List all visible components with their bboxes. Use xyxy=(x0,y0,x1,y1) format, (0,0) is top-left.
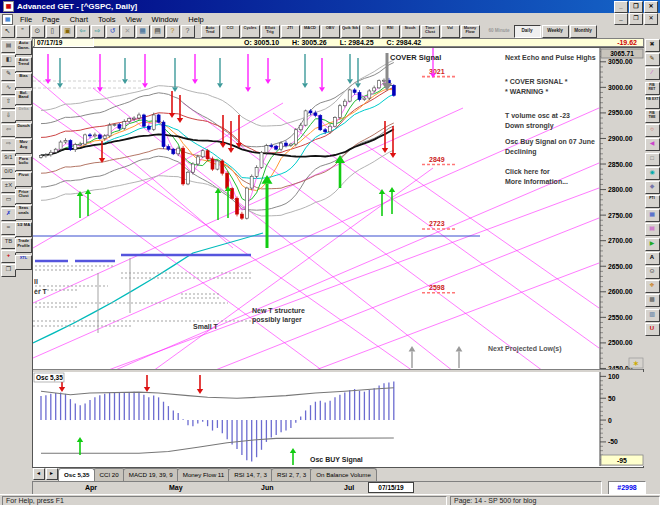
sidebar-study-mov-avg[interactable]: Mov Avg xyxy=(15,139,32,154)
study-button-ellott-trig[interactable]: Ellott Trig xyxy=(261,25,280,38)
tab-scroll-right-button[interactable]: ► xyxy=(46,468,58,480)
tab-osc-5-35[interactable]: Osc 5,35 xyxy=(58,468,95,481)
sidebar-study-auto-gann[interactable]: Auto Gann. xyxy=(15,40,32,55)
colors-tool-icon[interactable]: ❖ xyxy=(645,280,660,293)
study-button-auto-trnd[interactable]: Auto Trnd xyxy=(201,25,220,38)
study-button-jti[interactable]: JTI xyxy=(281,25,300,38)
minimize-button[interactable]: _ xyxy=(614,1,628,13)
close-button[interactable]: ✕ xyxy=(644,1,658,13)
text-tool-icon[interactable]: A xyxy=(645,252,660,265)
sidebar-study-seas-onals[interactable]: Seas onals xyxy=(15,205,32,220)
tab-scroll-left-button[interactable]: ◄ xyxy=(33,468,45,480)
forward-icon[interactable]: ⇨ xyxy=(91,25,105,38)
box-tool-icon[interactable]: ▭ xyxy=(1,194,16,207)
oscillator-panel[interactable]: Osc 5,35Osc BUY Signal100500-50-95 xyxy=(33,372,644,470)
page-setup-icon[interactable]: ▤ xyxy=(1,40,16,53)
expert-elliott-icon[interactable]: ◆ xyxy=(645,181,660,194)
ellipse-tool-icon[interactable]: ○ xyxy=(645,124,660,137)
study-button-obv[interactable]: OBV xyxy=(321,25,340,38)
palette-icon[interactable]: ◧ xyxy=(1,54,16,67)
trend-channel-icon[interactable]: ∕ xyxy=(645,67,660,80)
scroll-up-icon[interactable]: ⇧ xyxy=(1,96,16,109)
quotes-icon[interactable]: ” xyxy=(16,25,30,38)
pti-button[interactable]: PTI xyxy=(645,195,660,208)
menu-window[interactable]: Window xyxy=(147,14,184,25)
maximize-button[interactable]: ❐ xyxy=(629,1,643,13)
main-chart-svg[interactable]: 3021284927232598COVER SignalNext Echo an… xyxy=(33,48,644,369)
menu-tools[interactable]: Tools xyxy=(93,14,121,25)
help-icon[interactable]: ? xyxy=(166,25,180,38)
scroll-right-icon[interactable]: ⇨ xyxy=(1,138,16,151)
context-help-icon[interactable]: ? xyxy=(181,25,195,38)
sidebar-study-donch[interactable]: Donch xyxy=(15,123,32,138)
timeframe-60-minute[interactable]: 60 Minute xyxy=(486,25,513,38)
doc-restore-button[interactable]: ❐ xyxy=(629,13,643,25)
xtl-cross-icon[interactable]: ✗ xyxy=(1,208,16,221)
cursor-date-box[interactable]: 07/15/19 xyxy=(368,482,414,493)
tab-on-balance-volume[interactable]: On Balance Volume xyxy=(310,468,377,481)
new-chart-icon[interactable]: ▦ xyxy=(136,25,150,38)
cursor-date-field[interactable]: 07/17/19 xyxy=(34,38,94,47)
tb-lines-icon[interactable]: TB xyxy=(1,236,16,249)
sidebar-study-auto-trend[interactable]: Auto Trend xyxy=(15,57,32,72)
scroll-down-icon[interactable]: ⇩ xyxy=(1,110,16,123)
study-button-time-clust[interactable]: Time Clust xyxy=(421,25,440,38)
sidebar-study-delta[interactable]: Delta xyxy=(15,106,32,121)
sidebar-study-1-2-ma[interactable]: 1/2 MA xyxy=(15,222,32,237)
pointer-icon[interactable]: ↖ xyxy=(1,25,15,38)
study-button-cycles[interactable]: Cycles xyxy=(241,25,260,38)
sidebar-study-trade-profile[interactable]: Trade Profile xyxy=(15,238,32,253)
refresh-icon[interactable]: ↺ xyxy=(106,25,120,38)
sidebar-study-para-bolic[interactable]: Para bolic xyxy=(15,156,32,171)
tab-money-flow-11[interactable]: Money Flow 11 xyxy=(177,468,231,481)
plus-x-icon[interactable]: ±X xyxy=(1,180,16,193)
delete-icon[interactable]: ✕ xyxy=(121,25,135,38)
update-button[interactable]: U xyxy=(645,323,660,336)
fib-retracement-icon[interactable]: FIB RET xyxy=(645,82,660,95)
zoom-tool-icon[interactable]: ⊙ xyxy=(645,266,660,279)
sidebar-study-bias[interactable]: Bias xyxy=(15,73,32,88)
timeframe-monthly[interactable]: Monthly xyxy=(570,25,597,38)
save-page-icon[interactable]: ▣ xyxy=(61,25,75,38)
zoom-icon[interactable]: ⊙ xyxy=(31,25,45,38)
scroll-left-icon[interactable]: ⇦ xyxy=(1,124,16,137)
fib-time-icon[interactable]: FIB TME xyxy=(645,110,660,123)
new-page-icon[interactable]: ▯ xyxy=(46,25,60,38)
pointer-tool-icon[interactable]: ✖ xyxy=(645,39,660,52)
grid-tool-icon[interactable]: ▩ xyxy=(645,294,660,307)
study-button-stoch[interactable]: Stoch xyxy=(401,25,420,38)
menu-page[interactable]: Page xyxy=(37,14,65,25)
menu-help[interactable]: Help xyxy=(183,14,208,25)
nine-one-icon[interactable]: 9/1 xyxy=(1,152,16,165)
zero-zero-icon[interactable]: 0/0 xyxy=(1,166,16,179)
click-here-link[interactable]: Click here for xyxy=(505,168,550,175)
sidebar-study-xtl[interactable]: XTL xyxy=(15,255,32,270)
study-button-vol[interactable]: Vol xyxy=(441,25,460,38)
study-button-money-flow[interactable]: Money Flow xyxy=(461,25,480,38)
time-cluster-icon[interactable]: ▦ xyxy=(645,209,660,222)
tab-macd-19-39-9[interactable]: MACD 19, 39, 9 xyxy=(123,468,179,481)
study-button-macd[interactable]: MACD xyxy=(301,25,320,38)
menu-view[interactable]: View xyxy=(120,14,146,25)
doc-minimize-button[interactable]: _ xyxy=(614,13,628,25)
elliott-wave-icon[interactable]: ∿ xyxy=(1,82,16,95)
print-icon[interactable]: ▤ xyxy=(151,25,165,38)
click-here-link[interactable]: More Information... xyxy=(505,178,568,185)
tab-rsi-2-7-3[interactable]: RSI 2, 7, 3 xyxy=(271,468,312,481)
chart-window-icon[interactable]: ❒ xyxy=(1,264,16,277)
timeframe-weekly[interactable]: Weekly xyxy=(542,25,569,38)
profile-bars-icon[interactable]: ▤ xyxy=(645,223,660,236)
menu-file[interactable]: File xyxy=(15,14,37,25)
document-icon[interactable]: ▦ xyxy=(2,14,13,25)
timeframe-daily[interactable]: Daily xyxy=(514,25,541,38)
study-button-quik-stk[interactable]: Quik Stk xyxy=(341,25,360,38)
pencil-tool-icon[interactable]: ✎ xyxy=(645,53,660,66)
sidebar-study-price-clust[interactable]: Price Clust xyxy=(15,189,32,204)
wave-lines-icon[interactable]: ≈ xyxy=(1,222,16,235)
oscillator-svg[interactable]: Osc 5,35Osc BUY Signal100500-50-95 xyxy=(33,372,644,466)
mob-tool-icon[interactable]: ◉ xyxy=(645,167,660,180)
fib-extension-icon[interactable]: FIB EXT xyxy=(645,96,660,109)
red-cross-icon[interactable]: + xyxy=(1,250,16,263)
study-pencil-icon[interactable]: ✎ xyxy=(1,68,16,81)
study-button-osc[interactable]: Osc xyxy=(361,25,380,38)
